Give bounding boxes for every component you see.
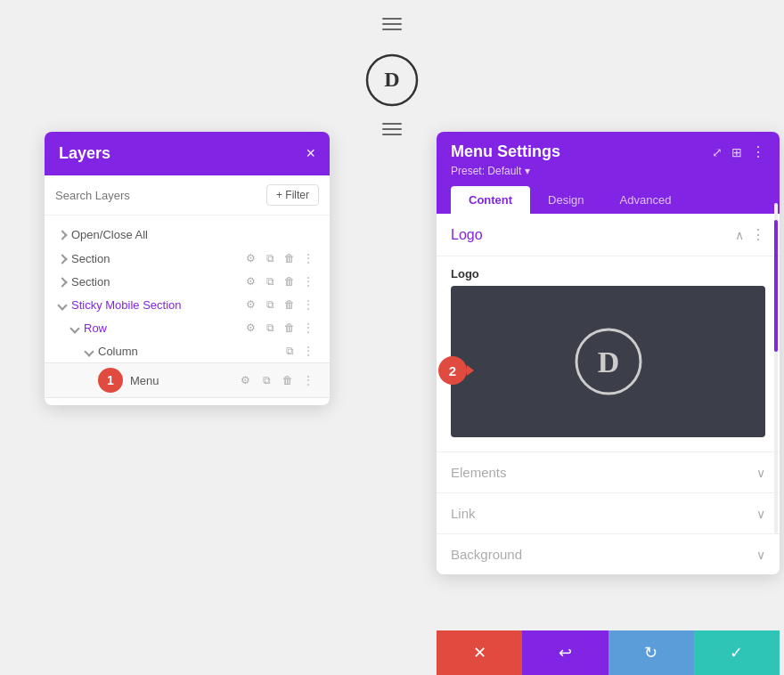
tab-design[interactable]: Design (530, 186, 601, 214)
arrow-spacer (59, 252, 71, 265)
tab-advanced[interactable]: Advanced (602, 186, 690, 214)
layers-title: Layers (59, 144, 110, 163)
sticky-section-label: Sticky Mobile Section (71, 298, 243, 312)
logo-collapse-icon[interactable]: ∧ (735, 228, 744, 242)
logo-section-icons: ∧ ⋮ (735, 226, 765, 243)
redo-icon: ↻ (644, 643, 657, 663)
settings-title-row: Menu Settings ⤢ ⊞ ⋮ (451, 142, 765, 161)
tab-content[interactable]: Content (451, 186, 530, 214)
section1-more-icon[interactable]: ⋮ (302, 251, 315, 265)
list-item: Section ⚙ ⧉ 🗑 ⋮ (45, 270, 330, 293)
sticky-delete-icon[interactable]: 🗑 (282, 297, 297, 312)
layers-search-input[interactable] (55, 189, 259, 202)
column-label: Column (98, 345, 282, 358)
arrow-spacer (71, 321, 84, 335)
settings-title: Menu Settings (451, 142, 560, 161)
settings-preset[interactable]: Preset: Default ▾ (451, 165, 765, 177)
panel-scroll-bar (774, 203, 778, 533)
section2-delete-icon[interactable]: 🗑 (282, 274, 297, 289)
row-more-icon[interactable]: ⋮ (302, 321, 315, 335)
background-title: Background (451, 547, 522, 562)
section2-icons: ⚙ ⧉ 🗑 ⋮ (243, 274, 315, 289)
layers-tree: Open/Close All Section ⚙ ⧉ 🗑 ⋮ Section ⚙ (45, 216, 330, 405)
section2-settings-icon[interactable]: ⚙ (243, 274, 257, 289)
elements-section[interactable]: Elements ∨ (437, 451, 780, 492)
redo-button[interactable]: ↻ (608, 630, 694, 675)
top-bar (382, 18, 402, 30)
menu-icons: ⚙ ⧉ 🗑 ⋮ (238, 373, 315, 387)
arrow-spacer (59, 298, 71, 312)
section1-settings-icon[interactable]: ⚙ (243, 251, 257, 265)
save-button[interactable]: ✓ (694, 630, 780, 675)
settings-panel: Menu Settings ⤢ ⊞ ⋮ Preset: Default ▾ Co… (437, 132, 780, 574)
section2-label: Section (71, 275, 243, 289)
menu-copy-icon[interactable]: ⧉ (259, 373, 274, 387)
open-close-label: Open/Close All (71, 228, 148, 241)
hamburger-icon[interactable] (382, 18, 402, 30)
section1-label: Section (71, 252, 243, 265)
menu-more-icon[interactable]: ⋮ (302, 373, 315, 387)
column-more-icon[interactable]: ⋮ (302, 344, 315, 358)
bottom-hamburger-icon[interactable] (382, 123, 402, 135)
cancel-icon: ✕ (473, 643, 486, 663)
undo-icon: ↩ (559, 643, 572, 663)
background-section[interactable]: Background ∨ (437, 533, 780, 574)
logo-preview-svg: D (573, 326, 644, 397)
sticky-settings-icon[interactable]: ⚙ (243, 297, 257, 312)
row-copy-icon[interactable]: ⧉ (263, 321, 277, 335)
background-chevron-icon: ∨ (756, 548, 765, 562)
cancel-button[interactable]: ✕ (437, 630, 522, 675)
logo-section-header: Logo ∧ ⋮ (437, 214, 780, 256)
link-title: Link (451, 506, 476, 521)
logo-preview: D (451, 286, 765, 437)
logo-more-icon[interactable]: ⋮ (751, 226, 765, 243)
row-settings-icon[interactable]: ⚙ (243, 321, 257, 335)
save-icon: ✓ (730, 643, 743, 663)
undo-button[interactable]: ↩ (522, 630, 608, 675)
columns-icon[interactable]: ⊞ (731, 145, 742, 159)
section1-arrow (57, 254, 67, 264)
settings-body: Logo ∧ ⋮ Logo D Elements ∨ Link ∨ Backgr… (437, 214, 780, 574)
menu-delete-icon[interactable]: 🗑 (281, 373, 295, 387)
section1-delete-icon[interactable]: 🗑 (282, 251, 297, 265)
layers-panel: Layers × + Filter Open/Close All Section… (45, 132, 330, 405)
column-icons: ⧉ ⋮ (282, 344, 315, 358)
column-arrow (84, 346, 94, 356)
fullscreen-icon[interactable]: ⤢ (712, 145, 723, 159)
sticky-copy-icon[interactable]: ⧉ (263, 297, 277, 312)
sticky-more-icon[interactable]: ⋮ (302, 297, 315, 312)
section2-arrow (57, 277, 67, 287)
sticky-arrow (57, 300, 67, 310)
sticky-icons: ⚙ ⧉ 🗑 ⋮ (243, 297, 315, 312)
list-item: Section ⚙ ⧉ 🗑 ⋮ (45, 247, 330, 270)
list-item: Row ⚙ ⧉ 🗑 ⋮ (45, 316, 330, 339)
list-item: Sticky Mobile Section ⚙ ⧉ 🗑 ⋮ (45, 293, 330, 316)
settings-header: Menu Settings ⤢ ⊞ ⋮ Preset: Default ▾ Co… (437, 132, 780, 214)
arrow-spacer (86, 345, 98, 358)
link-chevron-icon: ∨ (756, 507, 765, 521)
list-item: 1 Menu ⚙ ⧉ 🗑 ⋮ (45, 362, 330, 398)
logo-section-title: Logo (451, 227, 483, 243)
panel-scroll-thumb (774, 220, 778, 352)
layers-search-bar: + Filter (45, 175, 330, 216)
menu-label: Menu (130, 374, 238, 387)
section1-copy-icon[interactable]: ⧉ (263, 251, 277, 265)
row-delete-icon[interactable]: 🗑 (282, 321, 297, 335)
divi-logo: D (365, 53, 419, 107)
open-close-all[interactable]: Open/Close All (45, 223, 330, 247)
step-1-badge: 1 (98, 368, 123, 393)
section1-icons: ⚙ ⧉ 🗑 ⋮ (243, 251, 315, 265)
menu-settings-icon[interactable]: ⚙ (238, 373, 252, 387)
section2-copy-icon[interactable]: ⧉ (263, 274, 277, 289)
step-2-badge: 2 (438, 356, 467, 385)
row-arrow (69, 323, 79, 333)
column-copy-icon[interactable]: ⧉ (282, 344, 297, 358)
section2-more-icon[interactable]: ⋮ (302, 274, 315, 289)
link-section[interactable]: Link ∨ (437, 492, 780, 533)
settings-title-icons: ⤢ ⊞ ⋮ (712, 143, 765, 160)
more-options-icon[interactable]: ⋮ (751, 143, 765, 160)
filter-button[interactable]: + Filter (266, 184, 319, 206)
settings-tabs: Content Design Advanced (451, 186, 765, 214)
layers-close-button[interactable]: × (306, 144, 315, 163)
svg-text:D: D (384, 68, 399, 91)
